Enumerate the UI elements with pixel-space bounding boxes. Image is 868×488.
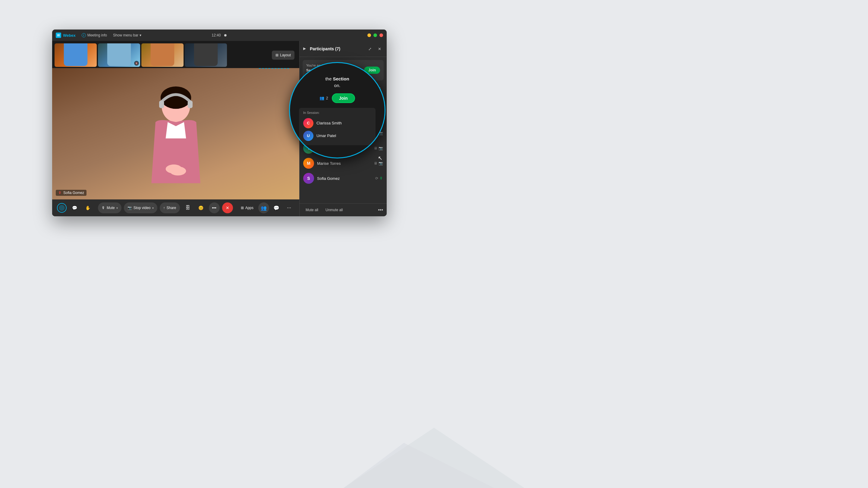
popup-person1-name: Clarissa Smith	[316, 121, 342, 125]
monitor-icon-p2: 🖥	[374, 161, 377, 165]
video-area: 🔇	[52, 41, 299, 216]
popup-person-2: U Umar Patel	[303, 130, 371, 142]
main-video: 🎙 Sofia Gomez	[52, 68, 299, 199]
minimize-button[interactable]: —	[367, 33, 371, 37]
popup-join-button[interactable]: Join	[332, 93, 355, 103]
speaker-name-badge: 🎙 Sofia Gomez	[56, 190, 87, 196]
popup-person-1: C Clarissa Smith	[303, 117, 371, 130]
cursor-icon: ↖	[378, 155, 382, 161]
share-icon: ↑	[163, 206, 165, 210]
svg-point-18	[170, 166, 186, 175]
popup-person2-name: Umar Patel	[316, 133, 336, 138]
circle-popup: the Section on. 👥 2 Join In Session: C C…	[289, 62, 385, 158]
end-call-button[interactable]: ✕	[222, 202, 233, 213]
video-dropdown-icon[interactable]: ▾	[152, 206, 154, 210]
svg-rect-14	[187, 101, 192, 108]
chat-button[interactable]: 💬	[271, 202, 282, 213]
more-options-icon[interactable]: •••	[378, 207, 383, 213]
popup-avatar-2: U	[303, 131, 313, 141]
controls-bar: 💬 ✋ 🎙 Mute ▾ 📷 Stop video ▾ ↑	[52, 199, 299, 216]
close-panel-icon[interactable]: ✕	[376, 45, 383, 53]
share-label: Share	[167, 206, 176, 210]
participant-name: Sofia Gomez	[317, 176, 372, 181]
sync-icon-p2: ⟳	[375, 176, 378, 181]
more-right-button[interactable]: ⋯	[284, 202, 294, 213]
panel-header: ▶ Participants (7) ⤢ ✕	[300, 41, 387, 57]
panel-footer: Mute all Unmute all •••	[300, 203, 387, 216]
whiteboard-button[interactable]: 🗄	[182, 202, 193, 213]
info-icon: i	[82, 33, 86, 37]
popup-in-session-title: In Session:	[303, 111, 371, 115]
layout-label: Layout	[280, 53, 291, 57]
popup-in-session: In Session: C Clarissa Smith U Umar Pate…	[299, 108, 375, 145]
apps-button[interactable]: ⊞ Apps	[238, 202, 256, 213]
close-button[interactable]: ✕	[379, 33, 383, 37]
window-controls: — □ ✕	[367, 33, 383, 37]
svg-rect-4	[107, 43, 131, 66]
mute-all-button[interactable]: Mute all	[303, 207, 321, 213]
record-icon: ⏺	[224, 33, 227, 37]
panel-title: Participants (7)	[310, 46, 366, 51]
show-menu-button[interactable]: Show menu bar ▾	[113, 33, 141, 37]
apps-icon: ⊞	[241, 206, 244, 210]
svg-rect-10	[194, 43, 218, 66]
popup-count-value: 2	[326, 96, 328, 100]
stop-video-button[interactable]: 📷 Stop video ▾	[124, 202, 157, 213]
layout-icon: ⊞	[276, 53, 278, 57]
mute-dropdown-icon[interactable]: ▾	[116, 206, 118, 210]
meeting-info-label: Meeting info	[87, 33, 107, 37]
participant-thumbnail-3[interactable]	[141, 43, 184, 67]
microphone-icon: 🎙	[101, 206, 105, 210]
participant-name: Marise Torres	[317, 161, 371, 166]
webex-logo: W Webex	[56, 33, 76, 38]
participant-thumbnail-4[interactable]	[185, 43, 227, 67]
connector-line	[259, 68, 289, 69]
webex-title: Webex	[63, 33, 76, 38]
popout-icon[interactable]: ⤢	[366, 45, 373, 53]
layout-button[interactable]: ⊞ Layout	[272, 51, 294, 60]
title-bar: W Webex i Meeting info Show menu bar ▾ 1…	[52, 30, 387, 41]
caption-button[interactable]: 💬	[69, 202, 80, 213]
reactions-button[interactable]: ✋	[82, 202, 93, 213]
webex-icon: W	[56, 33, 61, 38]
mic-active-icon: 🎙	[379, 176, 383, 181]
animated-circle[interactable]	[57, 203, 67, 213]
thumbnail-strip: 🔇	[52, 41, 299, 68]
maximize-button[interactable]: □	[373, 33, 377, 37]
chevron-down-icon: ▾	[140, 33, 141, 37]
avatar: S	[303, 173, 314, 184]
participant-item[interactable]: S Sofia Gomez ⟳ 🎙	[300, 171, 387, 186]
svg-rect-1	[64, 43, 87, 66]
participant-thumbnail-1[interactable]	[55, 43, 97, 67]
mic-muted-icon: 🎙	[58, 191, 62, 195]
show-menu-label: Show menu bar	[113, 33, 138, 37]
popup-section-name: Section	[333, 76, 349, 82]
stop-video-label: Stop video	[133, 206, 151, 210]
app-window: W Webex i Meeting info Show menu bar ▾ 1…	[52, 30, 387, 216]
more-options-button[interactable]: •••	[209, 202, 220, 213]
svg-rect-13	[159, 101, 164, 108]
unmute-all-button[interactable]: Unmute all	[323, 207, 345, 213]
speaker-name: Sofia Gomez	[63, 191, 84, 195]
meeting-info-button[interactable]: i Meeting info	[80, 32, 109, 38]
mute-button[interactable]: 🎙 Mute ▾	[98, 202, 121, 213]
expand-icon[interactable]: ▶	[303, 46, 308, 51]
time-display: 12:40 ⏺	[212, 33, 227, 37]
popup-count: 👥 2	[319, 96, 328, 100]
popup-avatar-1: C	[303, 118, 313, 128]
share-button[interactable]: ↑ Share	[160, 202, 180, 213]
popup-join-row: 👥 2 Join	[319, 93, 355, 103]
svg-rect-7	[151, 43, 174, 66]
apps-label: Apps	[245, 206, 253, 210]
camera-icon: 📷	[127, 206, 132, 210]
camera-icon-p5: 📷	[378, 161, 383, 165]
participant-thumbnail-2[interactable]: 🔇	[98, 43, 140, 67]
circle-popup-content: the Section on. 👥 2 Join In Session: C C…	[290, 63, 384, 158]
avatar: M	[303, 158, 314, 169]
session-popup-container: the Section on. 👥 2 Join In Session: C C…	[289, 62, 385, 158]
participants-button[interactable]: 👥	[258, 202, 269, 213]
popup-text: the Section on.	[325, 76, 349, 89]
muted-icon-thumb-2: 🔇	[134, 61, 139, 66]
mute-label: Mute	[107, 206, 115, 210]
emoji-reaction-button[interactable]: 😊	[195, 202, 207, 213]
